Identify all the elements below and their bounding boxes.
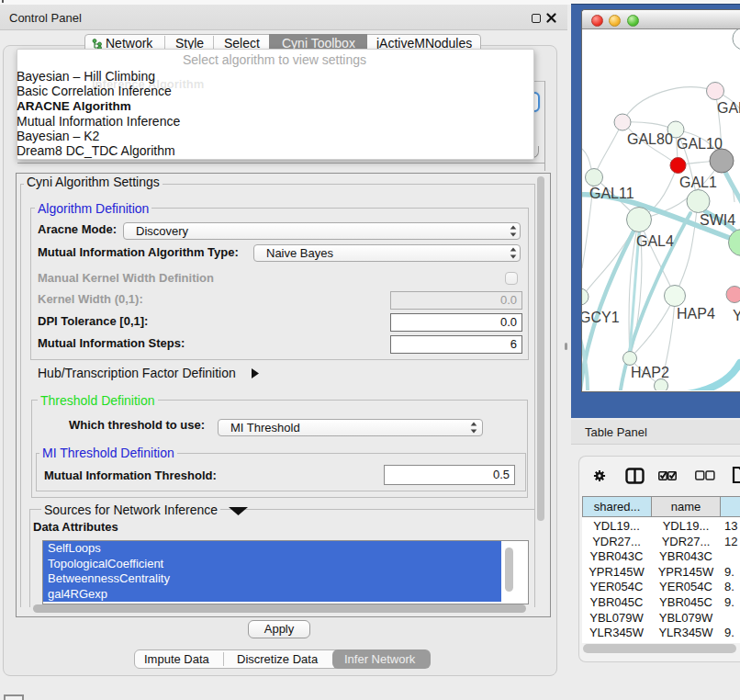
svg-text:GAL80: GAL80 [627,131,673,147]
svg-text:HAP4: HAP4 [677,306,715,322]
svg-text:GAL4: GAL4 [636,233,674,249]
svg-text:GAL1: GAL1 [679,175,717,190]
svg-text:Y: Y [733,308,740,323]
svg-text:GAL11: GAL11 [589,186,634,201]
svg-text:GAL: GAL [717,100,740,116]
svg-text:HAP2: HAP2 [631,365,669,380]
svg-text:SWI4: SWI4 [700,212,735,228]
svg-text:GAL10: GAL10 [677,136,723,152]
svg-text:GCY1: GCY1 [582,310,620,325]
